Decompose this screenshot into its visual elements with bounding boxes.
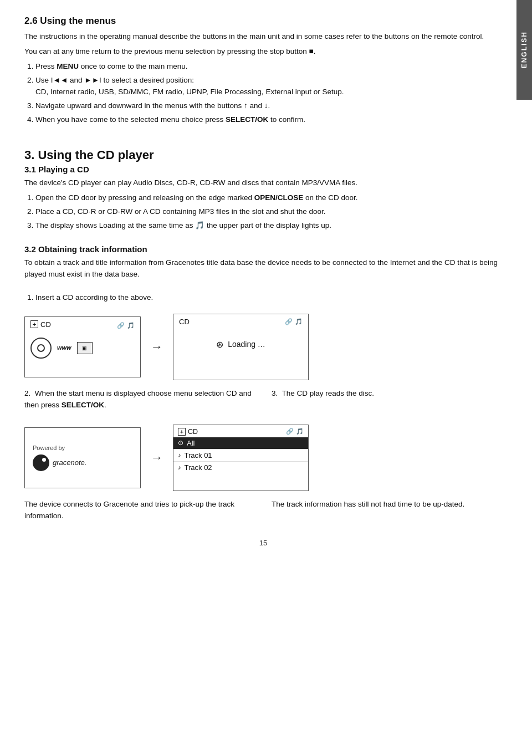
gracenote-name: gracenote. <box>53 458 86 467</box>
section-31-para: The device's CD player can play Audio Di… <box>24 177 502 189</box>
cd-icons-row: www ▣ <box>30 335 135 361</box>
step-26-4: When you have come to the selected menu … <box>35 114 502 126</box>
section-26-steps: Press MENU once to come to the main menu… <box>35 61 502 126</box>
step-32-1: Insert a CD according to the above. <box>35 292 502 304</box>
page-number: 15 <box>24 539 502 547</box>
cd-disc-icon <box>30 338 52 359</box>
screen-cd-main-text: CD <box>40 320 51 329</box>
loading-spinner-icon: ⊛ <box>216 339 223 350</box>
section-32-para1: To obtain a track and title information … <box>24 257 502 280</box>
section-32-title: 3.2 Obtaining track information <box>24 244 502 254</box>
screen-cd-main-icons: 🔗 🎵 <box>117 322 135 329</box>
all-circle-icon: ⊙ <box>178 439 183 447</box>
section-31-title: 3.1 Playing a CD <box>24 165 502 174</box>
section-26-para2: You can at any time return to the previo… <box>24 46 502 58</box>
step-31-3: The display shows Loading at the same ti… <box>35 220 502 232</box>
gracenote-screen: Powered by gracenote. <box>24 427 141 488</box>
section-26-title: 2.6 Using the menus <box>24 16 502 27</box>
track-cd-text: CD <box>188 428 198 436</box>
step-32-3-col: 3. The CD play reads the disc. <box>272 388 502 403</box>
arrow-right-1: → <box>151 340 163 354</box>
step-26-1: Press MENU once to come to the main menu… <box>35 61 502 73</box>
step-31-1: Open the CD door by pressing and releasi… <box>35 192 502 204</box>
link-icon: 🔗 <box>117 322 125 329</box>
step-32-2-col: 2. When the start menu is displayed choo… <box>24 388 255 415</box>
gracenote-dot <box>42 458 46 462</box>
music-icon: 🎵 <box>127 322 135 329</box>
step-32-5-text: The track information has still not had … <box>272 499 502 510</box>
language-tab: ENGLISH <box>516 0 532 100</box>
loading-text: Loading … <box>228 340 265 349</box>
track-row-02: ♪ Track 02 <box>173 461 308 473</box>
track-cd-label: + CD <box>178 428 198 436</box>
arrow-right-2: → <box>151 451 163 465</box>
note-icon-02: ♪ <box>178 464 181 471</box>
track-01-label: Track 01 <box>185 451 212 459</box>
screen-row-2: Powered by gracenote. → + CD 🔗 🎵 <box>24 425 502 491</box>
steps-4-5-row: The device connects to Gracenote and tri… <box>24 499 502 525</box>
loading-music-icon: 🎵 <box>295 318 303 325</box>
step-26-2: Use I◄◄ and ►►I to select a desired posi… <box>35 75 502 98</box>
screen-row-1: + CD 🔗 🎵 www ▣ → <box>24 314 502 380</box>
small-device-icon: ▣ <box>77 342 93 354</box>
screen-track-list: + CD 🔗 🎵 ⊙ All ♪ Track 01 ♪ Tr <box>173 425 309 491</box>
screen-loading-cd-text: CD <box>179 318 190 326</box>
screen-cd-main: + CD 🔗 🎵 www ▣ <box>24 316 141 377</box>
step-32-3-text: 3. The CD play reads the disc. <box>272 388 502 400</box>
gracenote-circle-icon <box>33 454 49 471</box>
screen-cd-main-label: + CD <box>30 320 51 329</box>
section-32-step1-list: Insert a CD according to the above. <box>35 292 502 304</box>
step-32-4-text: The device connects to Gracenote and tri… <box>24 499 255 522</box>
loading-content: ⊛ Loading … <box>179 328 303 361</box>
gracenote-powered-text: Powered by <box>33 445 65 451</box>
track-plus-box-icon: + <box>178 428 186 436</box>
screen-loading-header: CD 🔗 🎵 <box>179 318 303 326</box>
screen-cd-main-header: + CD 🔗 🎵 <box>30 320 135 331</box>
screen-loading-label: CD <box>179 318 190 326</box>
note-icon-01: ♪ <box>178 452 181 458</box>
gracenote-logo: gracenote. <box>33 454 86 471</box>
step-32-5-col: The track information has still not had … <box>272 499 502 514</box>
www-icon: www <box>57 345 71 351</box>
section-31-steps: Open the CD door by pressing and releasi… <box>35 192 502 232</box>
step-32-2-text: 2. When the start menu is displayed choo… <box>24 388 255 411</box>
track-screen-header: + CD 🔗 🎵 <box>173 425 308 437</box>
section-3-title: 3. Using the CD player <box>24 148 502 162</box>
steps-2-3-row: 2. When the start menu is displayed choo… <box>24 388 502 415</box>
screen-cd-main-body: www ▣ <box>30 333 135 363</box>
screen-loading-icons: 🔗 🎵 <box>285 318 303 325</box>
track-all-row: ⊙ All <box>173 437 308 449</box>
track-music-icon: 🎵 <box>296 428 304 435</box>
step-32-4-col: The device connects to Gracenote and tri… <box>24 499 255 525</box>
step-31-2: Place a CD, CD-R or CD-RW or A CD contai… <box>35 206 502 218</box>
track-row-01: ♪ Track 01 <box>173 449 308 461</box>
track-header-icons: 🔗 🎵 <box>286 428 304 435</box>
screen-loading: CD 🔗 🎵 ⊛ Loading … <box>173 314 309 380</box>
plus-box-icon: + <box>30 320 38 328</box>
language-label: ENGLISH <box>520 31 528 68</box>
track-02-label: Track 02 <box>185 463 212 472</box>
loading-link-icon: 🔗 <box>285 318 293 325</box>
track-all-label: All <box>187 439 195 447</box>
section-26-para1: The instructions in the operating manual… <box>24 31 502 43</box>
step-26-3: Navigate upward and downward in the menu… <box>35 100 502 112</box>
track-link-icon: 🔗 <box>286 428 294 435</box>
